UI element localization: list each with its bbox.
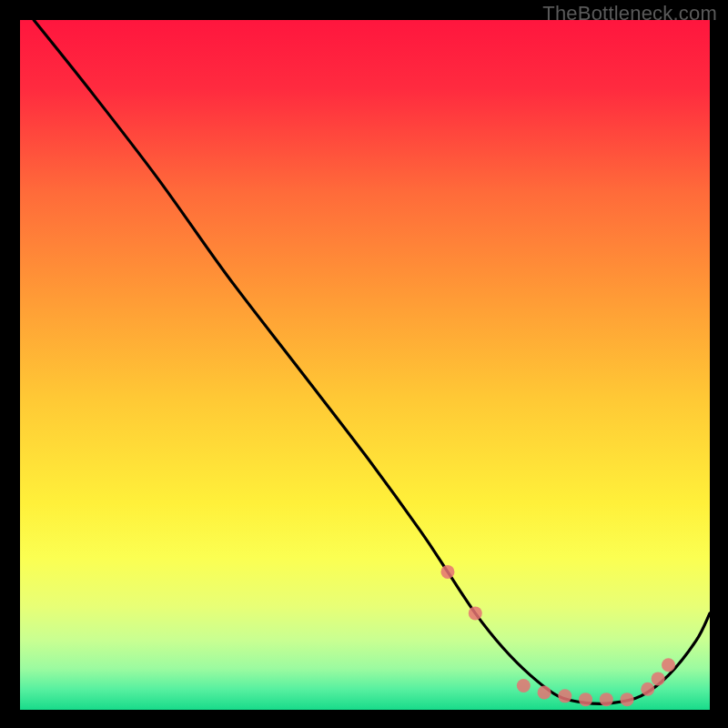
marker-point — [641, 682, 654, 696]
highlighted-points — [440, 565, 675, 706]
curve-layer — [20, 20, 710, 710]
bottleneck-curve — [34, 20, 710, 703]
marker-point — [558, 689, 571, 703]
chart-container: TheBottleneck.com — [0, 0, 728, 728]
plot-area — [20, 20, 710, 710]
marker-point — [621, 693, 634, 706]
marker-point — [517, 679, 531, 693]
marker-point — [538, 686, 551, 700]
marker-point — [600, 693, 613, 706]
marker-point — [652, 672, 665, 685]
marker-point — [469, 606, 482, 620]
marker-point — [440, 565, 454, 579]
marker-point — [662, 658, 675, 672]
marker-point — [579, 693, 592, 706]
